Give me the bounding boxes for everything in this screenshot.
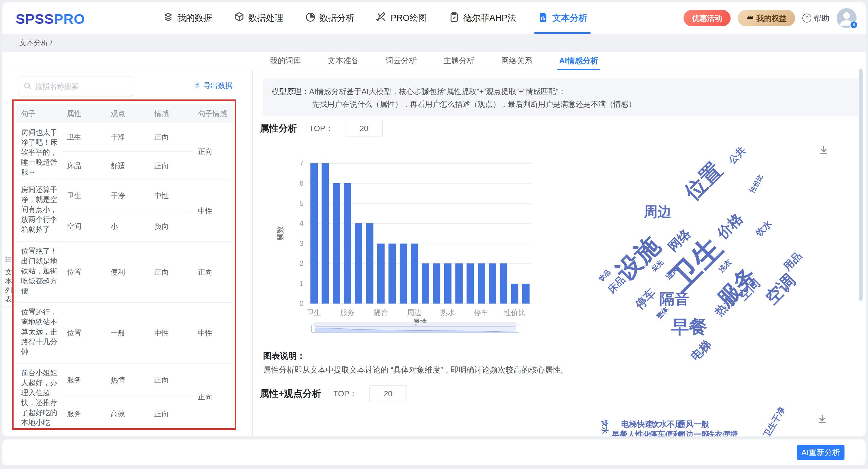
nav-item-delphi-ahp[interactable]: 德尔菲AHP法 [442, 2, 523, 34]
nav-label: 德尔菲AHP法 [463, 12, 516, 24]
attribute-cell: 位置 [61, 328, 105, 338]
wordcloud-word: 公共 [726, 144, 749, 167]
opinion-cell: 舒适 [105, 161, 149, 170]
vertical-scrollbar[interactable] [859, 69, 863, 301]
bar [500, 263, 507, 304]
help-button[interactable]: ? 帮助 [802, 13, 830, 24]
attr-opinion-top-input[interactable] [369, 385, 407, 402]
sentence-sentiment-cell: 中性 [193, 303, 233, 363]
main-nav: 我的数据 数据处理 数据分析 PRO绘图 德尔菲AHP法 文本分析 [156, 2, 594, 34]
attr-top-label: TOP： [309, 123, 333, 134]
datazoom-left-handle[interactable] [311, 325, 315, 333]
tab-ai-sentiment-analysis[interactable]: AI情感分析 [559, 52, 598, 70]
table-row-group: 前台小姐姐人超好，办理入住超快，还推荐了超好吃的本地小吃服务热情正向服务高效正向… [16, 363, 233, 430]
model-note-text1: AI情感分析基于AI大模型，核心步骤包括“属性提取”+“观点提取”+“情感匹配”… [309, 87, 566, 96]
tab-text-preparation[interactable]: 文本准备 [328, 52, 359, 70]
attribute-rows: 服务热情正向服务高效正向 [61, 364, 193, 430]
bar [511, 284, 518, 304]
attribute-analysis-header: 属性分析 TOP： [260, 120, 383, 137]
benefits-button[interactable]: 我的权益 [738, 10, 795, 26]
attribute-opinion-row: 空间小负向 [61, 211, 193, 242]
bar [411, 244, 418, 304]
breadcrumb[interactable]: 文本分析 / [19, 38, 52, 48]
analysis-panel: 模型原理：AI情感分析基于AI大模型，核心步骤包括“属性提取”+“观点提取”+“… [253, 70, 866, 436]
attribute-rows: 卫生干净正向床品舒适正向 [61, 123, 193, 180]
phrase-cloud-word: 卫生干净 [761, 405, 788, 436]
attribute-cell: 服务 [61, 375, 105, 385]
y-tick-label: 7 [300, 159, 304, 167]
datazoom-slider[interactable] [311, 322, 519, 333]
bar [321, 163, 329, 304]
y-tick-label: 3 [300, 239, 304, 248]
y-tick-label: 5 [300, 199, 304, 208]
document-chart-icon [538, 12, 549, 25]
search-input[interactable] [35, 82, 128, 91]
subtab-bar: 我的词库 文本准备 词云分析 主题分析 网络关系 AI情感分析 [2, 52, 866, 70]
bar [400, 244, 407, 304]
phrase-cloud-download-icon[interactable] [816, 413, 828, 427]
nav-item-data-analysis[interactable]: 数据分析 [299, 2, 361, 34]
tab-my-lexicon[interactable]: 我的词库 [270, 52, 301, 70]
table-body: 房间也太干净了吧！床软乎乎的，睡一晚超舒服～卫生干净正向床品舒适正向正向房间还算… [16, 123, 233, 430]
sentiment-cell: 正向 [149, 161, 193, 170]
nav-label: PRO绘图 [391, 12, 427, 24]
export-data-button[interactable]: 导出数据 [193, 81, 232, 90]
nav-item-my-data[interactable]: 我的数据 [156, 2, 219, 34]
app-window: SPSSPRO 我的数据 数据处理 数据分析 PRO绘图 德尔菲AHP法 [2, 2, 866, 436]
nav-item-data-processing[interactable]: 数据处理 [227, 2, 290, 34]
attr-top-input[interactable] [345, 120, 383, 137]
footer-bar: AI重新分析 [2, 439, 866, 465]
pen-icon [376, 12, 387, 25]
promo-button[interactable]: 优惠活动 [684, 10, 731, 26]
datazoom-right-handle[interactable] [516, 325, 519, 333]
gridline [308, 183, 531, 184]
bar [310, 163, 318, 304]
y-tick-label: 4 [300, 219, 304, 227]
wordcloud-word: 周边 [644, 202, 672, 221]
tab-topic-analysis[interactable]: 主题分析 [443, 52, 475, 70]
bar [422, 263, 429, 304]
crown-icon [746, 13, 754, 23]
wordcloud-word: 电梯 [687, 337, 715, 364]
wordcloud-word: 早餐 [671, 315, 707, 339]
nav-label: 数据分析 [319, 12, 354, 24]
nav-item-pro-plot[interactable]: PRO绘图 [370, 2, 434, 34]
tab-wordcloud-analysis[interactable]: 词云分析 [385, 52, 417, 70]
attribute-opinion-row: 位置便利正向 [61, 242, 193, 302]
export-label: 导出数据 [204, 81, 232, 90]
benefits-label: 我的权益 [756, 13, 786, 23]
bar [366, 223, 373, 304]
chart-note-title: 图表说明： [263, 350, 305, 362]
tab-network-relation[interactable]: 网络关系 [501, 52, 532, 70]
attribute-rows: 卫生干净中性空间小负向 [61, 180, 193, 242]
attribute-cell: 床品 [61, 161, 105, 170]
sentence-cell: 房间也太干净了吧！床软乎乎的，睡一晚超舒服～ [16, 123, 61, 180]
datazoom-track[interactable] [313, 326, 518, 333]
phrase-cloud-word: 早餐人性化 [612, 429, 651, 436]
attribute-opinion-row: 服务热情正向 [61, 364, 193, 397]
attribute-opinion-header: 属性+观点分析 TOP： [260, 385, 407, 402]
avatar[interactable]: ♛ [837, 8, 857, 28]
sentence-cell: 房间还算干净，就是空间有点小，放两个行李箱就挤了 [16, 180, 61, 242]
ai-rerun-button[interactable]: AI重新分析 [797, 445, 844, 460]
col-header-attribute: 属性 [61, 109, 105, 119]
attribute-rows: 位置便利正向 [61, 242, 193, 302]
attribute-cell: 服务 [61, 409, 105, 419]
phrase-cloud-word: 电梯快速 [621, 419, 652, 430]
x-tick-label: 周边 [407, 308, 422, 317]
list-icon [5, 255, 13, 264]
nav-item-text-analysis[interactable]: 文本分析 [531, 2, 594, 34]
spsspro-logo[interactable]: SPSSPRO [16, 11, 85, 27]
x-tick-label: 停车 [474, 308, 489, 317]
wordcloud-download-icon[interactable] [818, 145, 830, 158]
sentence-table: 句子 属性 观点 情感 句子情感 房间也太干净了吧！床软乎乎的，睡一晚超舒服～卫… [16, 104, 233, 430]
text-list-collapse-tab[interactable]: 文本列表 [2, 251, 15, 307]
bar [333, 183, 340, 304]
sentence-sentiment-cell: 正向 [193, 364, 233, 430]
cube-icon [234, 12, 245, 25]
y-tick-label: 2 [300, 259, 304, 268]
model-note-text2: 先找用户在说什么（属性），再看用户怎么描述（观点），最后判断用户是满意还是不满（… [272, 98, 860, 110]
search-box[interactable] [18, 76, 133, 96]
opinion-cell: 高效 [105, 409, 149, 419]
datazoom-grip[interactable] [313, 322, 518, 326]
